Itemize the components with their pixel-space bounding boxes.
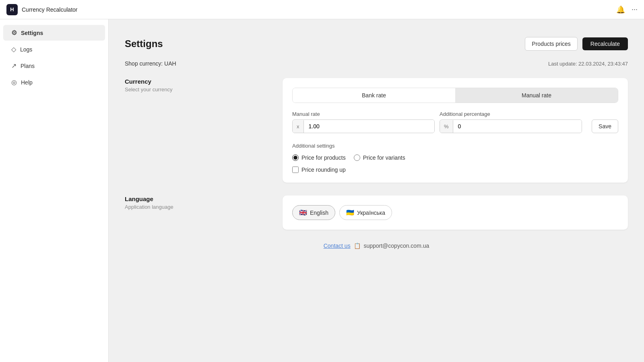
contact-row: Contact us 📋 support@copycon.com.ua xyxy=(125,243,628,249)
price-type-radio-group: Price for products Price for variants xyxy=(292,154,618,161)
sidebar-item-label: Help xyxy=(21,79,33,86)
app-logo: H xyxy=(6,4,18,15)
additional-settings: Additional settings Price for products P… xyxy=(292,143,618,173)
sidebar: ⚙ Settigns ◇ Logs ↗ Plans ◎ Help xyxy=(0,0,109,362)
currency-section-title: Currency xyxy=(125,78,270,85)
price-rounding-label[interactable]: Price rounding up xyxy=(292,167,618,173)
price-for-variants-text: Price for variants xyxy=(363,154,405,161)
page-title: Settigns xyxy=(125,38,163,49)
tab-bank-rate[interactable]: Bank rate xyxy=(293,88,455,103)
additional-percentage-group: Additional percentage % xyxy=(440,111,582,133)
help-icon: ◎ xyxy=(11,78,17,86)
sidebar-item-label: Logs xyxy=(20,46,32,53)
shop-currency: Shop currency: UAH xyxy=(125,60,176,67)
manual-rate-label: Manual rate xyxy=(292,111,435,117)
price-for-products-radio[interactable] xyxy=(292,154,299,161)
recalculate-button[interactable]: Recalculate xyxy=(582,37,628,50)
meta-row: Shop currency: UAH Last update: 22.03.20… xyxy=(125,60,628,67)
lang-button-english[interactable]: 🇬🇧 English xyxy=(292,205,335,220)
language-buttons: 🇬🇧 English 🇺🇦 Українська xyxy=(292,205,618,220)
price-for-products-label[interactable]: Price for products xyxy=(292,154,346,161)
rate-fields-row: Manual rate x Additional percentage % xyxy=(292,111,618,133)
topbar-actions: 🔔 ··· xyxy=(616,5,638,14)
manual-rate-prefix: x xyxy=(293,120,304,133)
app-title: Currency Recalculator xyxy=(22,6,78,13)
sidebar-item-label: Plans xyxy=(21,63,35,69)
language-section-title: Language xyxy=(125,195,270,202)
additional-percentage-prefix: % xyxy=(440,120,453,133)
last-update: Last update: 22.03.2024, 23:43:47 xyxy=(548,61,628,67)
sidebar-item-settings[interactable]: ⚙ Settigns xyxy=(3,25,105,41)
price-rounding-text: Price rounding up xyxy=(301,167,346,173)
more-icon[interactable]: ··· xyxy=(632,5,638,14)
currency-section-label: Currency Select your currency xyxy=(125,78,270,183)
bell-icon[interactable]: 🔔 xyxy=(616,5,625,14)
main-content: Settigns Products prices Recalculate Sho… xyxy=(109,0,644,362)
sidebar-item-help[interactable]: ◎ Help xyxy=(3,74,105,90)
price-for-variants-radio[interactable] xyxy=(354,154,360,161)
page-header: Settigns Products prices Recalculate xyxy=(125,37,628,51)
currency-section: Currency Select your currency Bank rate … xyxy=(125,78,628,183)
currency-section-subtitle: Select your currency xyxy=(125,86,270,93)
products-prices-button[interactable]: Products prices xyxy=(525,37,577,51)
save-button[interactable]: Save xyxy=(592,119,618,133)
language-section-content: 🇬🇧 English 🇺🇦 Українська xyxy=(283,195,628,230)
support-email: support@copycon.com.ua xyxy=(363,243,429,249)
additional-percentage-label: Additional percentage xyxy=(440,111,582,117)
ukrainian-flag-icon: 🇺🇦 xyxy=(346,209,354,216)
english-flag-icon: 🇬🇧 xyxy=(299,209,307,216)
plans-icon: ↗ xyxy=(11,62,17,70)
rate-tab-switcher: Bank rate Manual rate xyxy=(292,88,618,103)
settings-icon: ⚙ xyxy=(11,29,17,37)
additional-settings-title: Additional settings xyxy=(292,143,618,149)
manual-rate-input-wrap: x xyxy=(292,119,435,133)
currency-section-content: Bank rate Manual rate Manual rate x Addi… xyxy=(283,78,628,183)
sidebar-item-logs[interactable]: ◇ Logs xyxy=(3,41,105,57)
additional-percentage-input-wrap: % xyxy=(440,119,582,133)
lang-button-ukrainian[interactable]: 🇺🇦 Українська xyxy=(339,205,392,220)
contact-clipboard-icon: 📋 xyxy=(354,243,361,249)
ukrainian-label: Українська xyxy=(357,210,385,216)
logs-icon: ◇ xyxy=(11,45,16,53)
price-rounding-checkbox[interactable] xyxy=(292,167,299,173)
sidebar-item-plans[interactable]: ↗ Plans xyxy=(3,58,105,74)
additional-percentage-input[interactable] xyxy=(453,120,582,133)
header-actions: Products prices Recalculate xyxy=(525,37,628,51)
english-label: English xyxy=(310,210,328,216)
sidebar-item-label: Settigns xyxy=(21,30,43,36)
manual-rate-input[interactable] xyxy=(304,120,435,133)
price-for-products-text: Price for products xyxy=(301,154,346,161)
contact-link[interactable]: Contact us xyxy=(324,243,351,249)
topbar: H Currency Recalculator 🔔 ··· xyxy=(0,0,644,19)
tab-manual-rate[interactable]: Manual rate xyxy=(455,88,618,103)
manual-rate-group: Manual rate x xyxy=(292,111,435,133)
language-section: Language Application language 🇬🇧 English… xyxy=(125,195,628,230)
language-section-label: Language Application language xyxy=(125,195,270,230)
price-for-variants-label[interactable]: Price for variants xyxy=(354,154,405,161)
language-section-subtitle: Application language xyxy=(125,204,270,210)
